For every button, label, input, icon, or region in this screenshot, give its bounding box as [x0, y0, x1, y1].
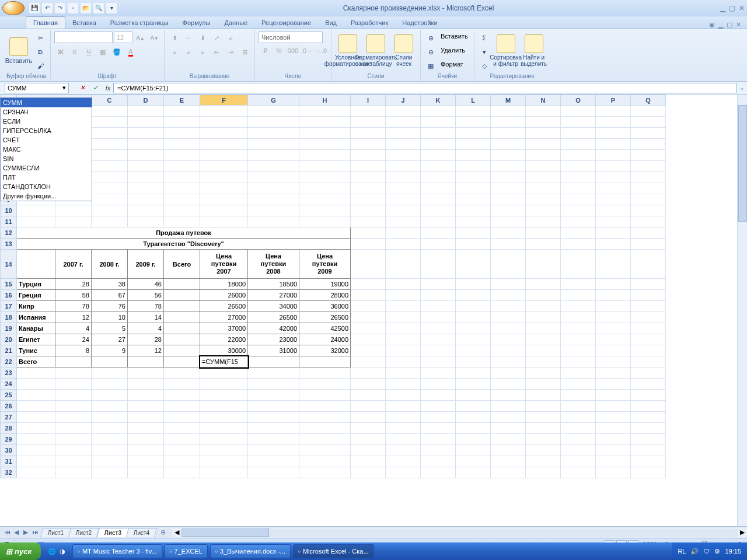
cell[interactable]: [561, 345, 596, 356]
comma-icon[interactable]: 000: [287, 44, 299, 57]
cell[interactable]: [200, 456, 248, 467]
quick-launch[interactable]: 🌐 ◑: [43, 544, 70, 558]
cell[interactable]: [164, 401, 200, 412]
cell[interactable]: 26000: [200, 290, 248, 301]
cell[interactable]: [526, 412, 561, 423]
row-header[interactable]: 17: [1, 301, 17, 312]
cell[interactable]: [561, 412, 596, 423]
spreadsheet-grid[interactable]: ABCDEFGHIJKLMNOPQ123456789101112Продажа …: [0, 94, 747, 526]
cell[interactable]: [248, 390, 299, 401]
cell[interactable]: [351, 312, 386, 323]
cell[interactable]: [456, 183, 491, 194]
language-indicator[interactable]: RL: [678, 548, 686, 555]
cell[interactable]: [491, 117, 526, 128]
cell[interactable]: [92, 390, 128, 401]
cell[interactable]: [299, 172, 351, 183]
cell[interactable]: [596, 434, 631, 445]
cell[interactable]: [526, 467, 561, 478]
cell[interactable]: [351, 290, 386, 301]
cell[interactable]: [421, 216, 456, 228]
sheet-next-icon[interactable]: ▶: [21, 528, 30, 536]
cell[interactable]: [561, 445, 596, 456]
cell[interactable]: [200, 172, 248, 183]
cell[interactable]: [92, 368, 128, 379]
cell[interactable]: [299, 150, 351, 161]
sheet-tab[interactable]: Лист2: [68, 528, 100, 537]
cell[interactable]: [561, 205, 596, 216]
func-item[interactable]: МАКС: [1, 145, 92, 154]
cell[interactable]: [596, 368, 631, 379]
redo-icon[interactable]: ↷: [55, 3, 65, 13]
italic-button[interactable]: К: [68, 46, 81, 58]
cell[interactable]: [200, 423, 248, 434]
increase-font-icon[interactable]: A▴: [134, 32, 146, 44]
formula-input[interactable]: =СУММ(F15:F21): [113, 83, 736, 93]
cell[interactable]: [164, 423, 200, 434]
cell[interactable]: [456, 379, 491, 390]
cell[interactable]: Турагентство "Discovery": [17, 239, 351, 250]
cell[interactable]: [631, 334, 666, 345]
cell[interactable]: [421, 301, 456, 312]
cell[interactable]: [92, 356, 128, 368]
func-item[interactable]: ЕСЛИ: [1, 117, 92, 126]
cell[interactable]: [200, 128, 248, 139]
office-button[interactable]: [2, 1, 25, 15]
cut-icon[interactable]: ✂: [34, 32, 47, 44]
cell[interactable]: [456, 368, 491, 379]
tab-pagelayout[interactable]: Разметка страницы: [103, 17, 176, 29]
tab-formulas[interactable]: Формулы: [176, 17, 218, 29]
cell[interactable]: 36000: [299, 301, 351, 312]
cell[interactable]: [128, 183, 164, 194]
cell[interactable]: [526, 334, 561, 345]
cell[interactable]: [631, 368, 666, 379]
orientation-icon[interactable]: ⤢: [210, 32, 223, 44]
cell[interactable]: [351, 228, 386, 239]
cell[interactable]: 56: [128, 290, 164, 301]
cell[interactable]: [248, 216, 299, 228]
fill-color-icon[interactable]: 🪣: [110, 46, 123, 58]
cell[interactable]: [17, 467, 55, 478]
cell[interactable]: [351, 161, 386, 172]
cell[interactable]: [299, 434, 351, 445]
cell[interactable]: [561, 467, 596, 478]
column-header[interactable]: Q: [631, 95, 666, 106]
tab-view[interactable]: Вид: [318, 17, 344, 29]
cell[interactable]: [386, 467, 421, 478]
cell[interactable]: [55, 434, 92, 445]
copy-icon[interactable]: ⧉: [34, 46, 47, 58]
cell[interactable]: [200, 401, 248, 412]
cell[interactable]: [92, 172, 128, 183]
cell[interactable]: [164, 183, 200, 194]
cell[interactable]: [561, 216, 596, 228]
cell[interactable]: [421, 390, 456, 401]
ql-icon[interactable]: ◑: [60, 548, 65, 555]
cell[interactable]: [248, 172, 299, 183]
row-header[interactable]: 29: [1, 434, 17, 445]
cell[interactable]: [351, 194, 386, 205]
cell[interactable]: [491, 290, 526, 301]
taskbar-item[interactable]: ▫3_Вычиления.docx -...: [210, 544, 291, 558]
cell[interactable]: [248, 379, 299, 390]
cell[interactable]: [128, 150, 164, 161]
cell[interactable]: [299, 139, 351, 150]
cell[interactable]: [92, 128, 128, 139]
cell[interactable]: [351, 467, 386, 478]
cell[interactable]: [456, 239, 491, 250]
cell[interactable]: [596, 345, 631, 356]
cell[interactable]: [596, 216, 631, 228]
cell[interactable]: [456, 161, 491, 172]
help-icon[interactable]: ◉: [709, 21, 715, 29]
cell[interactable]: [164, 194, 200, 205]
cell[interactable]: [55, 412, 92, 423]
cell[interactable]: [248, 150, 299, 161]
cell[interactable]: [631, 139, 666, 150]
cell[interactable]: 14: [128, 312, 164, 323]
border-icon[interactable]: ▦: [96, 46, 109, 58]
start-button[interactable]: ⊞ пуск: [0, 542, 41, 560]
fx-icon[interactable]: fx: [103, 83, 113, 93]
cell[interactable]: [386, 301, 421, 312]
cell[interactable]: [491, 301, 526, 312]
cell[interactable]: [17, 216, 55, 228]
sheet-first-icon[interactable]: ⏮: [2, 528, 12, 536]
cell[interactable]: [526, 323, 561, 334]
